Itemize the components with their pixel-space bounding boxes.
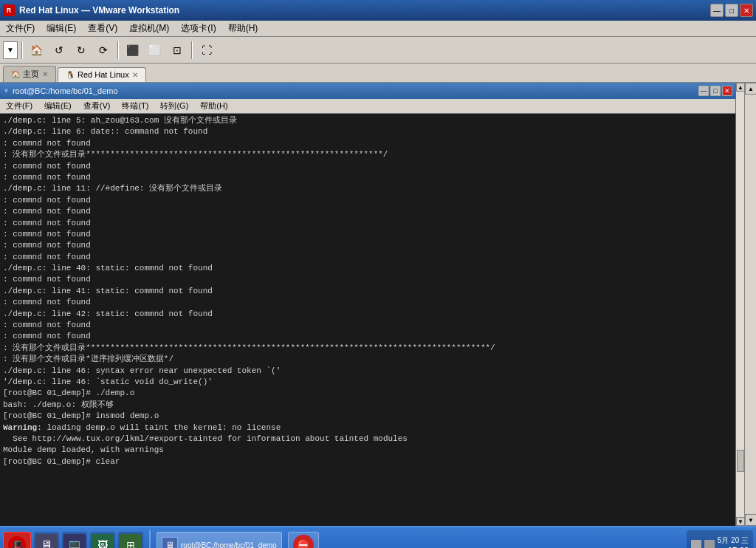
terminal-line: : commnd not found	[3, 195, 732, 206]
toolbar-suspend[interactable]: ⬜	[145, 40, 165, 61]
minimize-button[interactable]: —	[710, 4, 724, 17]
taskbar-icon-3[interactable]: 🖼	[90, 532, 115, 548]
inner-window-title: root@BC:/home/bc/01_demo	[13, 86, 698, 95]
vm-quick-icon: 🖥	[35, 534, 58, 548]
toolbar-refresh[interactable]: ⟳	[93, 40, 114, 61]
imenu-terminal[interactable]: 终端(T)	[116, 99, 154, 113]
taskbar-icon-4[interactable]: ⊞	[118, 532, 143, 548]
terminal-line: : commnd not found	[3, 274, 732, 285]
terminal-line: Warning: loading demp.o will taint the k…	[3, 422, 732, 434]
tab-redhat[interactable]: 🐧 Red Hat Linux ✕	[58, 67, 146, 82]
terminal-quick-icon: 💻	[63, 534, 86, 548]
outer-scroll-down[interactable]: ▼	[745, 514, 756, 526]
terminal-line: ./demp.c: line 11: //#define: 没有那个文件或目录	[3, 183, 732, 194]
terminal-line: [root@BC 01_demp]# insmod demp.o	[3, 411, 732, 422]
terminal-line: : commnd not found	[3, 240, 732, 251]
menu-file[interactable]: 文件(F)	[0, 21, 41, 36]
tab-home-close[interactable]: ✕	[42, 70, 48, 78]
tab-redhat-icon: 🐧	[66, 71, 75, 79]
terminal-line: ./demp.c: line 5: ah_zou@163.com 没有那个文件或…	[3, 115, 732, 126]
toolbar-fullscreen[interactable]: ⛶	[196, 40, 217, 61]
scroll-thumb[interactable]	[737, 450, 744, 472]
terminal-line: : commnd not found	[3, 218, 732, 229]
inner-scrollbar: ▲ ▼	[735, 83, 744, 526]
terminal-line: : commnd not found	[3, 206, 732, 217]
tab-home[interactable]: 🏠 主页 ✕	[3, 66, 56, 82]
inner-minimize[interactable]: —	[698, 86, 709, 96]
tab-bar: 🏠 主页 ✕ 🐧 Red Hat Linux ✕	[0, 64, 756, 83]
terminal-line: ./demp.c: line 40: static: commnd not fo…	[3, 263, 732, 274]
separator-3	[191, 41, 193, 59]
scroll-down-btn[interactable]: ▼	[736, 517, 744, 526]
terminal-line: bash: ./demp.o: 权限不够	[3, 400, 732, 411]
toolbar-restart[interactable]: ⊡	[167, 40, 188, 61]
imenu-edit[interactable]: 编辑(E)	[38, 99, 78, 113]
tab-redhat-label: Red Hat Linux	[78, 70, 129, 79]
taskbar-separator	[149, 530, 151, 548]
taskbar-active-window[interactable]: 🖥 root@BC:/home/bc/01_demo	[157, 532, 282, 548]
display-quick-icon: 🖼	[92, 534, 114, 548]
menu-edit[interactable]: 编辑(E)	[41, 21, 82, 36]
terminal-line: ./demp.c: line 42: static: commnd not fo…	[3, 309, 732, 320]
app-icon: R	[3, 4, 15, 16]
terminal-output: ./demp.c: line 5: ah_zou@163.com 没有那个文件或…	[0, 114, 735, 526]
taskbar: 🎩 🖥 💻 🖼 ⊞ 🖥 root@BC:/home/bc/01_demo ⛔ 5…	[0, 526, 756, 548]
taskbar-icon-2[interactable]: 💻	[62, 532, 87, 548]
terminal-line: : commnd not found	[3, 297, 732, 308]
tray-network-icon	[691, 540, 701, 548]
terminal-window: ▼ root@BC:/home/bc/01_demo — □ ✕ 文件(F) 编…	[0, 83, 735, 526]
toolbar-home[interactable]: 🏠	[27, 40, 47, 61]
terminal-line: : commnd not found	[3, 172, 732, 183]
taskbar-stop-icon[interactable]: ⛔	[288, 532, 319, 548]
imenu-file[interactable]: 文件(F)	[0, 99, 38, 113]
taskbar-icon-1[interactable]: 🖥	[34, 532, 59, 548]
inner-titlebar: ▼ root@BC:/home/bc/01_demo — □ ✕	[0, 83, 735, 99]
terminal-line: : commnd not found	[3, 138, 732, 149]
maximize-button[interactable]: □	[725, 4, 738, 17]
terminal-icon: ▼	[3, 87, 10, 95]
menu-view[interactable]: 查看(V)	[82, 21, 123, 36]
outer-scroll-up[interactable]: ▲	[745, 83, 756, 95]
terminal-line: : 没有那个文件或目录*****************************…	[3, 149, 732, 160]
terminal-line: : commnd not found	[3, 320, 732, 331]
menu-help[interactable]: 帮助(H)	[222, 21, 264, 36]
tab-home-icon: 🏠	[11, 70, 20, 78]
terminal-line: ./demp.c: line 41: static: commnd not fo…	[3, 286, 732, 297]
active-window-icon: 🖥	[162, 537, 178, 548]
window-quick-icon: ⊞	[120, 534, 142, 548]
inner-close[interactable]: ✕	[722, 86, 732, 96]
terminal-line: ./demp.c: line 46: syntax error near une…	[3, 366, 732, 377]
terminal-line: See http://www.tux.org/lkml/#export-tain…	[3, 434, 732, 445]
terminal-line: [root@BC 01_demp]# clear	[3, 456, 732, 467]
terminal-line: : 没有那个文件或目录*****************************…	[3, 343, 732, 354]
scroll-up-btn[interactable]: ▲	[736, 83, 744, 92]
tab-home-label: 主页	[23, 69, 39, 80]
imenu-view[interactable]: 查看(V)	[78, 99, 117, 113]
system-tray: 5月 20 三 17:03	[687, 530, 753, 548]
separator-1	[21, 41, 23, 59]
close-button[interactable]: ✕	[740, 4, 753, 17]
main-toolbar: ▼ 🏠 ↺ ↻ ⟳ ⬛ ⬜ ⊡ ⛶	[0, 37, 756, 64]
vm-viewport[interactable]: ▼ root@BC:/home/bc/01_demo — □ ✕ 文件(F) 编…	[0, 83, 744, 526]
imenu-help[interactable]: 帮助(H)	[194, 99, 233, 113]
terminal-line: '/demp.c: line 46: `static void do_write…	[3, 377, 732, 388]
imenu-goto[interactable]: 转到(G)	[154, 99, 194, 113]
toolbar-forward[interactable]: ↻	[71, 40, 92, 61]
taskbar-start[interactable]: 🎩	[3, 532, 31, 548]
inner-maximize[interactable]: □	[710, 86, 721, 96]
toolbar-back[interactable]: ↺	[49, 40, 69, 61]
tray-keyboard-icon	[704, 540, 715, 548]
inner-window-controls: — □ ✕	[698, 86, 732, 96]
terminal-line: : 没有那个文件或目录*迸序排列缓冲区数据*/	[3, 354, 732, 365]
window-title: Red Hat Linux — VMware Workstation	[19, 5, 710, 16]
menu-vm[interactable]: 虚拟机(M)	[123, 21, 175, 36]
vm-dropdown[interactable]: ▼	[3, 41, 18, 59]
main-area: ▼ root@BC:/home/bc/01_demo — □ ✕ 文件(F) 编…	[0, 83, 756, 526]
redhat-logo: 🎩	[8, 536, 26, 548]
tray-date: 5月 20 三	[718, 535, 749, 546]
terminal-line: : commnd not found	[3, 229, 732, 240]
toolbar-power[interactable]: ⬛	[123, 40, 143, 61]
inner-menubar: 文件(F) 编辑(E) 查看(V) 终端(T) 转到(G) 帮助(H)	[0, 99, 735, 114]
tab-redhat-close[interactable]: ✕	[132, 71, 138, 79]
menu-tabs[interactable]: 选项卡(I)	[175, 21, 221, 36]
